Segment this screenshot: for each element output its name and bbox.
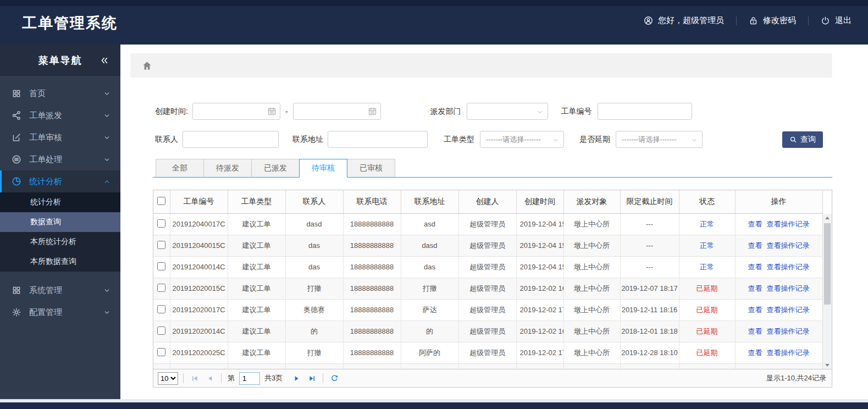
address-input[interactable]	[328, 131, 428, 148]
calendar-icon[interactable]	[368, 107, 377, 116]
cell-address: 萨达	[401, 299, 458, 320]
view-link[interactable]: 查看	[748, 284, 762, 292]
view-link[interactable]: 查看	[748, 306, 762, 314]
search-button[interactable]: 查询	[782, 131, 823, 148]
table-row: 201912020014C建议工单的18888888888的超级管理员2019-…	[153, 320, 822, 342]
cell-phone: 18888888888	[343, 256, 401, 278]
cell-phone: 18888888888	[343, 213, 401, 235]
pagination-separator	[183, 373, 184, 383]
cell-creator: 超级管理员	[458, 213, 516, 235]
tab-4[interactable]: 待审核	[299, 159, 347, 178]
view-link[interactable]: 查看	[748, 327, 762, 335]
first-page-button[interactable]	[189, 372, 201, 384]
tab-2[interactable]: 待派发	[203, 159, 252, 177]
sidebar-item-label: 首页	[29, 89, 46, 99]
refresh-icon[interactable]	[328, 372, 340, 384]
tab-5[interactable]: 已审核	[347, 159, 395, 177]
view-link[interactable]: 查看	[748, 220, 762, 228]
sidebar-item-label: 统计分析	[29, 176, 62, 187]
cell-address: 阿萨的	[401, 342, 458, 363]
tab-label: 待派发	[216, 163, 239, 173]
order-type-select[interactable]: -------请选择-------	[480, 131, 564, 148]
row-select-cell	[153, 299, 170, 320]
view-log-link[interactable]: 查看操作记录	[767, 284, 810, 292]
view-log-link[interactable]: 查看操作记录	[767, 241, 810, 250]
row-checkbox[interactable]	[157, 262, 165, 270]
status-badge: 已延期	[679, 320, 735, 342]
calendar-icon[interactable]	[267, 107, 277, 116]
tab-label: 已派发	[264, 163, 287, 173]
contact-input[interactable]	[183, 131, 279, 148]
logout-button[interactable]: 退出	[821, 15, 852, 26]
search-icon	[789, 136, 797, 143]
view-link[interactable]: 查看	[748, 349, 762, 357]
collapse-sidebar-icon[interactable]	[99, 56, 109, 65]
row-checkbox[interactable]	[157, 241, 165, 249]
sidebar-item-3[interactable]: 工单审核	[0, 126, 120, 148]
chevron-down-icon	[537, 109, 543, 115]
select-all-checkbox[interactable]	[157, 197, 165, 205]
table-row: 201912040015C建议工单das18888888888dasd超级管理员…	[153, 235, 822, 256]
tab-3[interactable]: 已派发	[251, 159, 300, 177]
cell-deadline: ---	[620, 256, 679, 278]
view-log-link[interactable]: 查看操作记录	[767, 220, 810, 228]
home-icon[interactable]	[142, 60, 152, 71]
next-page-button[interactable]	[290, 372, 302, 384]
view-log-link[interactable]: 查看操作记录	[767, 327, 810, 335]
submenu-item-2[interactable]: 数据查询	[0, 212, 120, 232]
scrollbar-thumb[interactable]	[824, 223, 831, 305]
view-log-link[interactable]: 查看操作记录	[767, 349, 810, 357]
row-checkbox[interactable]	[157, 219, 165, 228]
column-header: 工单类型	[228, 190, 285, 213]
scroll-up-icon[interactable]	[823, 214, 832, 222]
user-greeting[interactable]: 您好，超级管理员	[644, 15, 724, 26]
sidebar-item-4[interactable]: 工单处理	[0, 148, 120, 170]
cell-type: 建议工单	[228, 213, 285, 235]
delay-select[interactable]: -------请选择-------	[616, 131, 703, 148]
sidebar-item-6[interactable]: 系统管理	[0, 279, 120, 301]
sidebar-item-7[interactable]: 配置管理	[0, 301, 120, 323]
table-scrollbar[interactable]	[822, 214, 832, 369]
pagination-separator	[221, 373, 222, 383]
sidebar-item-label: 工单审核	[29, 132, 62, 143]
row-checkbox[interactable]	[157, 327, 165, 335]
submenu-item-4[interactable]: 本所数据查询	[0, 252, 120, 272]
sidebar-item-2[interactable]: 工单派发	[0, 104, 120, 126]
submenu-item-1[interactable]: 统计分析	[0, 192, 120, 212]
row-checkbox[interactable]	[157, 305, 165, 313]
submenu-item-label: 本所统计分析	[30, 237, 76, 247]
row-checkbox[interactable]	[157, 348, 165, 356]
status-badge: 已延期	[679, 342, 735, 363]
view-log-link[interactable]: 查看操作记录	[767, 263, 810, 271]
status-badge: 正常	[679, 235, 735, 256]
order-no-input[interactable]	[598, 103, 692, 120]
table-row-partial	[153, 363, 822, 369]
row-checkbox[interactable]	[157, 284, 165, 292]
page-size-select[interactable]: 10	[158, 372, 178, 385]
sidebar-item-5[interactable]: 统计分析	[0, 170, 120, 192]
app-header: 工单管理系统 您好，超级管理员 修改密码 退出	[0, 0, 868, 45]
change-password-button[interactable]: 修改密码	[749, 15, 796, 26]
page-number-input[interactable]	[239, 372, 260, 385]
stack-icon	[12, 154, 21, 164]
view-link[interactable]: 查看	[748, 263, 762, 271]
last-page-button[interactable]	[306, 372, 318, 384]
cell-creator: 超级管理员	[458, 235, 516, 256]
pie-icon	[12, 176, 21, 186]
pagination-separator	[323, 373, 323, 383]
cell-phone: 18888888888	[343, 342, 401, 363]
filter-row-1: 创建时间: - 派发部门	[155, 103, 832, 120]
view-log-link[interactable]: 查看操作记录	[767, 306, 810, 314]
grid-icon	[12, 285, 21, 295]
submenu-item-3[interactable]: 本所统计分析	[0, 232, 120, 252]
view-link[interactable]: 查看	[748, 241, 762, 250]
prev-page-button[interactable]	[204, 372, 216, 384]
dispatch-dept-select[interactable]	[467, 103, 548, 120]
row-checkbox[interactable]	[157, 369, 165, 370]
table-row: 201912040017C建议工单dasd18888888888asd超级管理员…	[153, 213, 822, 235]
column-header: 状态	[679, 190, 735, 213]
user-icon	[644, 16, 653, 25]
tab-1[interactable]: 全部	[156, 159, 204, 177]
scroll-down-icon[interactable]	[823, 361, 832, 369]
sidebar-item-1[interactable]: 首页	[0, 82, 120, 104]
